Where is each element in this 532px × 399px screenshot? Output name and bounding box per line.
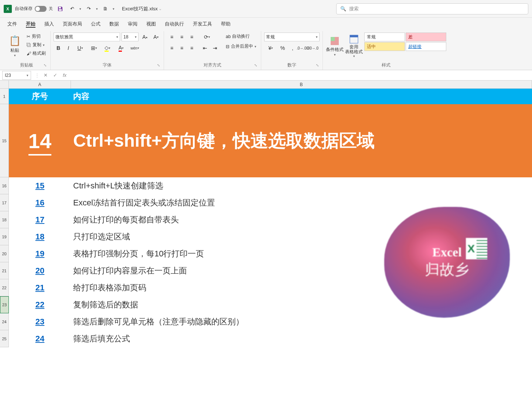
decrease-indent-button[interactable]: ⇤: [200, 44, 210, 52]
cell-link[interactable]: 23: [9, 317, 71, 327]
wrap-text-button[interactable]: ab自动换行: [224, 33, 258, 40]
underline-button[interactable]: U▾: [74, 44, 87, 52]
font-name-select[interactable]: 微软雅黑▾: [54, 33, 120, 41]
align-right-button[interactable]: ≡: [187, 44, 197, 52]
cell-link[interactable]: 17: [9, 215, 71, 225]
cell-style-bad[interactable]: 差: [406, 33, 446, 41]
name-box[interactable]: I23▾: [2, 71, 31, 80]
save-button[interactable]: [56, 4, 65, 13]
cell-link[interactable]: 16: [9, 198, 71, 208]
row-header[interactable]: 20: [0, 245, 9, 262]
align-bottom-button[interactable]: ≡: [187, 33, 197, 41]
table-row[interactable]: 17如何让打印的每页都自带表头: [9, 211, 532, 228]
merge-center-button[interactable]: ⊟合并后居中▾: [224, 42, 258, 50]
table-row[interactable]: 19表格打印强制分页，每10行打印一页: [9, 245, 532, 262]
tab-file[interactable]: 文件: [3, 18, 21, 30]
row-header[interactable]: 22: [0, 279, 9, 296]
orientation-button[interactable]: ⟳▾: [200, 33, 214, 41]
border-button[interactable]: ⊞▾: [87, 44, 100, 52]
undo-button[interactable]: ↶: [68, 4, 76, 13]
align-left-button[interactable]: ≡: [167, 44, 177, 52]
increase-decimal-button[interactable]: .0→.00: [298, 44, 307, 52]
print-preview-button[interactable]: 🗎: [101, 4, 110, 13]
table-row[interactable]: 23筛选后删除可见单元格（注意手动隐藏的区别）: [9, 313, 532, 330]
tab-view[interactable]: 视图: [142, 18, 160, 30]
row-header[interactable]: 1: [0, 89, 9, 104]
search-input[interactable]: 🔍 搜索: [336, 3, 528, 14]
clipboard-launcher-icon[interactable]: ⤡: [44, 63, 49, 68]
tab-help[interactable]: 帮助: [216, 18, 235, 30]
italic-button[interactable]: I: [64, 44, 73, 52]
cell-style-normal[interactable]: 常规: [364, 33, 405, 41]
tab-automate[interactable]: 自动执行: [160, 18, 188, 30]
alignment-launcher-icon[interactable]: ⤡: [254, 63, 259, 68]
fx-button[interactable]: fx: [61, 72, 68, 78]
table-format-button[interactable]: 套用 表格格式▾: [345, 33, 363, 60]
enter-formula-button[interactable]: ✓: [51, 72, 59, 78]
table-row[interactable]: 21给打印表格添加页码: [9, 279, 532, 296]
tab-insert[interactable]: 插入: [40, 18, 58, 30]
table-header-row[interactable]: 序号 内容: [9, 89, 532, 104]
filename[interactable]: Excel技巧篇.xlsx ⌵: [122, 6, 161, 12]
column-header-a[interactable]: A: [9, 81, 71, 88]
row-header[interactable]: 17: [0, 194, 9, 211]
conditional-format-button[interactable]: 条件格式▾: [326, 33, 344, 60]
tab-data[interactable]: 数据: [105, 18, 123, 30]
worksheet-grid[interactable]: 1 15 16 17 18 19 20 21 22 23 24 25 序号 内容…: [0, 89, 532, 347]
tab-formulas[interactable]: 公式: [86, 18, 105, 30]
tab-home[interactable]: 开始: [21, 18, 40, 30]
number-format-select[interactable]: 常规▾: [264, 33, 320, 41]
accounting-format-button[interactable]: ¥▾: [264, 44, 277, 52]
cell-link[interactable]: 19: [9, 249, 71, 259]
cell-link[interactable]: 20: [9, 266, 71, 276]
select-all-corner[interactable]: [0, 81, 9, 88]
decrease-font-button[interactable]: A▾: [151, 33, 161, 41]
table-row[interactable]: 16Excel冻结首行固定表头或冻结固定位置: [9, 194, 532, 211]
tab-developer[interactable]: 开发工具: [188, 18, 216, 30]
percent-button[interactable]: %: [278, 44, 287, 52]
align-middle-button[interactable]: ≡: [177, 33, 187, 41]
cell-link[interactable]: 18: [9, 232, 71, 242]
undo-dropdown-icon[interactable]: ▾: [79, 7, 81, 11]
comma-button[interactable]: ,: [288, 44, 297, 52]
cell-link[interactable]: 22: [9, 300, 71, 310]
column-header-b[interactable]: B: [71, 81, 532, 88]
cell-link[interactable]: 24: [9, 334, 71, 344]
tab-review[interactable]: 审阅: [123, 18, 142, 30]
table-row[interactable]: 22复制筛选后的数据: [9, 296, 532, 313]
bold-button[interactable]: B: [54, 44, 63, 52]
decrease-decimal-button[interactable]: .00→.0: [308, 44, 317, 52]
row-header[interactable]: 16: [0, 177, 9, 194]
row-header[interactable]: 23: [0, 296, 9, 313]
phonetic-button[interactable]: wén▾: [128, 44, 141, 52]
font-color-button[interactable]: A▾: [115, 44, 128, 52]
cells-area[interactable]: 序号 内容 14 Ctrl+shift+方向键，快速选取数据区域 15Ctrl+…: [9, 89, 532, 347]
table-row[interactable]: 24筛选后填充公式: [9, 330, 532, 347]
cell-link[interactable]: 21: [9, 283, 71, 293]
fill-color-button[interactable]: ◇▾: [101, 44, 114, 52]
cell-style-neutral[interactable]: 适中: [364, 42, 405, 51]
cell-link[interactable]: 15: [9, 181, 71, 191]
number-launcher-icon[interactable]: ⤡: [316, 63, 321, 68]
cancel-formula-button[interactable]: ✕: [42, 72, 49, 78]
row-header[interactable]: 24: [0, 313, 9, 330]
align-center-button[interactable]: ≡: [177, 44, 187, 52]
copy-button[interactable]: ⿻复制▾: [25, 41, 47, 49]
feature-row[interactable]: 14 Ctrl+shift+方向键，快速选取数据区域: [9, 104, 532, 177]
format-painter-button[interactable]: 🖌格式刷: [25, 50, 47, 57]
tab-page-layout[interactable]: 页面布局: [58, 18, 86, 30]
toggle-switch-icon[interactable]: [35, 6, 47, 12]
paste-button[interactable]: 📋 粘贴 ▾: [6, 33, 24, 60]
row-header[interactable]: 21: [0, 262, 9, 279]
table-row[interactable]: 15Ctrl+shift+L快速创建筛选: [9, 177, 532, 194]
table-row[interactable]: 20如何让打印内容显示在一页上面: [9, 262, 532, 279]
table-row[interactable]: 18只打印选定区域: [9, 228, 532, 245]
align-top-button[interactable]: ≡: [167, 33, 177, 41]
cut-button[interactable]: ✂剪切: [25, 33, 47, 40]
cell-style-hyperlink[interactable]: 超链接: [406, 42, 446, 51]
redo-button[interactable]: ↷: [84, 4, 93, 13]
increase-font-button[interactable]: A▴: [140, 33, 150, 41]
autosave-toggle[interactable]: 自动保存 关: [15, 6, 53, 12]
row-header[interactable]: 18: [0, 211, 9, 228]
redo-dropdown-icon[interactable]: ▾: [96, 7, 98, 11]
